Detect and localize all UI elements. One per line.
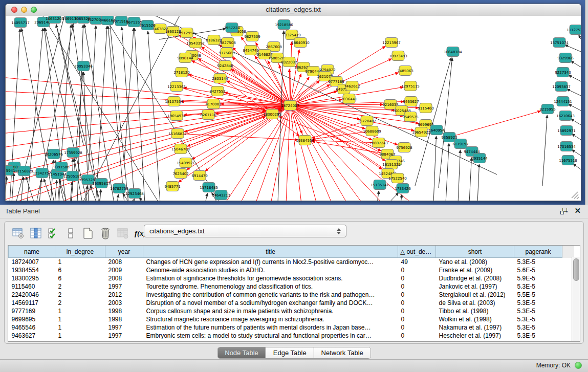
table-cell[interactable]: 9699695 <box>9 315 55 323</box>
graph-node[interactable]: 12093837 <box>552 82 571 92</box>
graph-node[interactable]: 8215955 <box>539 104 555 114</box>
table-cell[interactable]: 0 <box>398 266 436 274</box>
table-cell[interactable]: Nakamura et al. (1997) <box>436 323 514 332</box>
table-cell[interactable]: 9777169 <box>9 307 55 315</box>
table-row[interactable]: 911546021997Tourette syndrome. Phenomeno… <box>9 282 574 291</box>
table-cell[interactable]: 1 <box>55 307 105 315</box>
table-cell[interactable]: 6 <box>55 266 105 274</box>
graph-node[interactable]: 9329966 <box>557 53 574 63</box>
tab-edge-table[interactable]: Edge Table <box>266 347 314 358</box>
column-header-6[interactable]: pagerank <box>514 246 562 258</box>
table-cell[interactable]: 9115460 <box>9 282 55 291</box>
table-cell[interactable]: 2 <box>55 291 105 299</box>
table-cell[interactable]: 2008 <box>105 274 143 282</box>
table-cell[interactable]: Yano et al. (2008) <box>436 258 514 267</box>
table-cell[interactable]: 5.3E-5 <box>514 299 562 307</box>
graph-node[interactable]: 15751074 <box>550 38 569 48</box>
table-row[interactable]: 946362711997Embryonic stem cells: a mode… <box>9 332 574 340</box>
graph-node[interactable]: 9549575 <box>402 112 418 122</box>
table-cell[interactable]: 0 <box>398 315 436 323</box>
table-cell[interactable]: 5.3E-5 <box>514 258 562 267</box>
column-header-2[interactable]: year <box>105 246 143 258</box>
graph-node[interactable]: 9175685 <box>219 48 234 58</box>
graph-node[interactable]: 9115460 <box>418 103 433 113</box>
table-cell[interactable]: Tibbo et al. (1998) <box>436 307 514 315</box>
table-cell[interactable]: 2 <box>55 299 105 307</box>
graph-node[interactable]: 9397588 <box>53 162 69 172</box>
graph-node[interactable]: 15720407 <box>358 116 376 126</box>
graph-node[interactable]: 6914479 <box>191 171 207 181</box>
graph-node[interactable]: 7615526 <box>139 20 156 30</box>
tab-network-table[interactable]: Network Table <box>314 347 371 358</box>
graph-node[interactable]: 9827508 <box>220 38 235 48</box>
table-cell[interactable]: 2008 <box>105 258 143 267</box>
table-cell[interactable]: 19384554 <box>9 266 55 274</box>
graph-node[interactable]: 11675518 <box>559 156 577 165</box>
table-cell[interactable]: 9465546 <box>9 323 55 332</box>
table-cell[interactable]: 5.3E-5 <box>514 332 562 340</box>
table-cell[interactable]: 5.3E-5 <box>514 323 562 332</box>
table-cell[interactable]: 1 <box>55 332 105 340</box>
table-selector-dropdown[interactable]: citations_edges.txt <box>144 225 346 237</box>
table-cell[interactable]: 2012 <box>105 291 143 299</box>
graph-node[interactable]: 4170081 <box>205 99 221 109</box>
table-cell[interactable]: 49 <box>398 258 436 267</box>
row-options-button[interactable] <box>64 227 77 240</box>
tab-node-table[interactable]: Node Table <box>217 347 266 358</box>
table-cell[interactable]: Hescheler et al. (1997) <box>436 332 514 340</box>
table-cell[interactable]: Jankovic et al. (1997) <box>436 282 514 291</box>
table-cell[interactable]: 1998 <box>105 307 143 315</box>
graph-node[interactable]: 8267110 <box>200 110 216 120</box>
scrollbar-thumb[interactable] <box>573 258 579 281</box>
graph-node[interactable]: 7462612 <box>344 81 360 91</box>
graph-node[interactable]: 15718485 <box>200 183 218 192</box>
graph-node[interactable]: 18807243 <box>369 138 388 148</box>
column-header-1[interactable]: in_degree <box>55 246 105 258</box>
table-cell[interactable]: 22420046 <box>9 291 55 299</box>
table-row[interactable]: 969969511998Structural magnetic resonanc… <box>9 315 574 323</box>
table-cell[interactable]: 6 <box>55 274 105 282</box>
table-cell[interactable]: 0 <box>398 291 436 299</box>
column-header-3[interactable]: title <box>143 246 398 258</box>
table-cell[interactable]: Structural magnetic resonance image aver… <box>143 315 398 323</box>
graph-node[interactable]: 2935144 <box>471 154 488 163</box>
close-panel-icon[interactable]: ✕ <box>574 207 581 215</box>
graph-node[interactable]: 2803144 <box>212 74 228 83</box>
column-header-5[interactable]: short <box>436 246 514 258</box>
graph-node[interactable]: 8912954 <box>179 28 195 38</box>
new-table-button[interactable] <box>81 227 95 240</box>
graph-node[interactable]: 15135141 <box>371 180 389 190</box>
table-cell[interactable]: Wolkin et al. (1998) <box>436 315 514 323</box>
table-cell[interactable]: 0 <box>398 332 436 340</box>
table-cell[interactable]: 0 <box>398 307 436 315</box>
graph-node[interactable]: 9756928 <box>396 143 412 152</box>
graph-node[interactable]: 10973493 <box>389 51 407 61</box>
graph-node[interactable]: 17016534 <box>557 142 576 151</box>
table-cell[interactable]: 0 <box>398 299 436 307</box>
table-cell[interactable]: 2 <box>55 282 105 291</box>
table-cell[interactable]: 9463627 <box>9 332 55 340</box>
table-row[interactable]: 946554611997Estimation of the future num… <box>9 323 574 332</box>
network-window-titlebar[interactable]: citations_edges.txt <box>6 4 581 16</box>
graph-node[interactable]: 1640954 <box>428 125 445 135</box>
graph-node[interactable]: 9242848 <box>217 61 233 71</box>
graph-node[interactable]: 15046768 <box>171 144 190 154</box>
column-header-4[interactable]: △ out_de… <box>398 246 436 258</box>
column-header-0[interactable]: name <box>9 246 55 258</box>
table-cell[interactable]: Franke et al. (2009) <box>436 266 514 274</box>
graph-node[interactable]: 2718120 <box>173 68 189 77</box>
table-cell[interactable]: 1998 <box>105 315 143 323</box>
graph-node[interactable]: 7485063 <box>397 66 413 76</box>
table-cell[interactable]: 0 <box>398 274 436 282</box>
table-cell[interactable]: Stergiakouli et al. (2012) <box>436 291 514 299</box>
graph-node[interactable]: 8427552 <box>209 86 225 96</box>
table-row[interactable]: 1830029562008Estimation of significance … <box>9 274 574 282</box>
select-column-button[interactable] <box>29 227 42 240</box>
graph-node[interactable]: 7957224 <box>224 23 240 33</box>
table-cell[interactable]: 0 <box>398 323 436 332</box>
graph-node[interactable]: 12213363 <box>167 82 186 92</box>
table-cell[interactable]: 1 <box>55 323 105 332</box>
graph-node[interactable]: 9463627 <box>403 97 419 106</box>
graph-node[interactable]: 12975115 <box>401 81 420 91</box>
table-cell[interactable]: 18724007 <box>9 258 55 267</box>
